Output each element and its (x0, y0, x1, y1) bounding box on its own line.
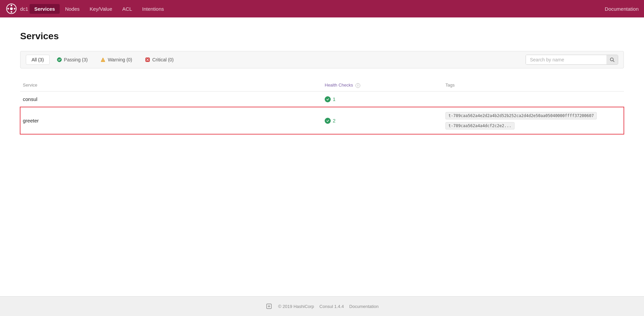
page-title: Services (20, 31, 624, 42)
service-name-consul: consul (20, 91, 322, 107)
nav-links: Services Nodes Key/Value ACL Intentions (30, 4, 169, 14)
svg-point-2 (11, 5, 12, 6)
nav-nodes[interactable]: Nodes (60, 4, 84, 14)
nav-services[interactable]: Services (30, 4, 60, 14)
nav-intentions[interactable]: Intentions (138, 4, 169, 14)
search-icon (610, 57, 614, 62)
table-row[interactable]: greeter 2 t-789caa562a4e2d2a4b2d52b252ca… (20, 107, 624, 134)
warning-icon: ! (100, 57, 106, 62)
dc-label: dc1 (20, 6, 28, 12)
table-body: consul 1 greeter (20, 91, 624, 134)
passing-icon (57, 57, 62, 62)
health-check-cell: 1 (325, 96, 437, 102)
main-content: Services All (3) Passing (3) (0, 17, 644, 296)
filter-tab-passing-label: Passing (3) (64, 57, 88, 62)
search-input[interactable] (526, 55, 606, 64)
filter-tab-warning-label: Warning (0) (108, 57, 132, 62)
filter-tab-passing[interactable]: Passing (3) (51, 55, 94, 65)
tags-cell: t-789caa562a4e2d2a4b2d52b252ca2d4d2e50aa… (445, 112, 619, 129)
svg-point-4 (7, 8, 9, 10)
check-pass-icon (325, 118, 331, 124)
tags-greeter: t-789caa562a4e2d2a4b2d52b252ca2d4d2e50aa… (443, 107, 624, 134)
health-checks-info-icon: i (356, 83, 360, 88)
svg-text:!: ! (103, 59, 104, 62)
filter-tabs: All (3) Passing (3) ! War (26, 55, 526, 65)
nav-acl[interactable]: ACL (118, 4, 137, 14)
health-count-consul: 1 (333, 96, 335, 102)
health-checks-greeter: 2 (322, 107, 443, 134)
footer-copyright: © 2019 HashiCorp (278, 304, 314, 309)
col-tags: Tags (443, 79, 624, 91)
footer-logo (265, 303, 273, 310)
tags-consul (443, 91, 624, 107)
health-checks-consul: 1 (322, 91, 443, 107)
svg-point-5 (14, 8, 15, 10)
filter-tab-critical-label: Critical (0) (152, 57, 174, 62)
health-count-greeter: 2 (333, 118, 335, 123)
nav-documentation[interactable]: Documentation (605, 6, 639, 12)
tag-item: t-789caa562a4e2d2a4b2d52b252ca2d4d2e50aa… (445, 112, 597, 119)
col-service: Service (20, 79, 322, 91)
critical-icon (145, 57, 150, 62)
services-table: Service Health Checks i Tags consul (20, 79, 624, 135)
service-name-greeter: greeter (20, 107, 322, 134)
svg-point-3 (11, 11, 12, 13)
col-health-checks: Health Checks i (322, 79, 443, 91)
tag-item: t-789caa562a4a4dcf2c2e2... (445, 122, 515, 129)
consul-logo (5, 3, 17, 15)
svg-point-1 (10, 7, 13, 10)
filter-tab-all[interactable]: All (3) (26, 55, 50, 65)
search-box (526, 55, 618, 65)
check-pass-icon (325, 96, 331, 102)
table-header: Service Health Checks i Tags (20, 79, 624, 91)
nav-keyvalue[interactable]: Key/Value (85, 4, 117, 14)
search-button[interactable] (606, 55, 618, 64)
footer-documentation[interactable]: Documentation (349, 304, 378, 309)
filter-bar: All (3) Passing (3) ! War (20, 51, 624, 68)
footer-version[interactable]: Consul 1.4.4 (319, 304, 344, 309)
filter-tab-warning[interactable]: ! Warning (0) (95, 55, 138, 65)
health-check-cell: 2 (325, 118, 437, 124)
navbar: dc1 Services Nodes Key/Value ACL Intenti… (0, 0, 644, 17)
filter-tab-all-label: All (3) (32, 57, 44, 62)
table-row[interactable]: consul 1 (20, 91, 624, 107)
footer: © 2019 HashiCorp Consul 1.4.4 Documentat… (0, 296, 644, 316)
filter-tab-critical[interactable]: Critical (0) (139, 55, 179, 65)
